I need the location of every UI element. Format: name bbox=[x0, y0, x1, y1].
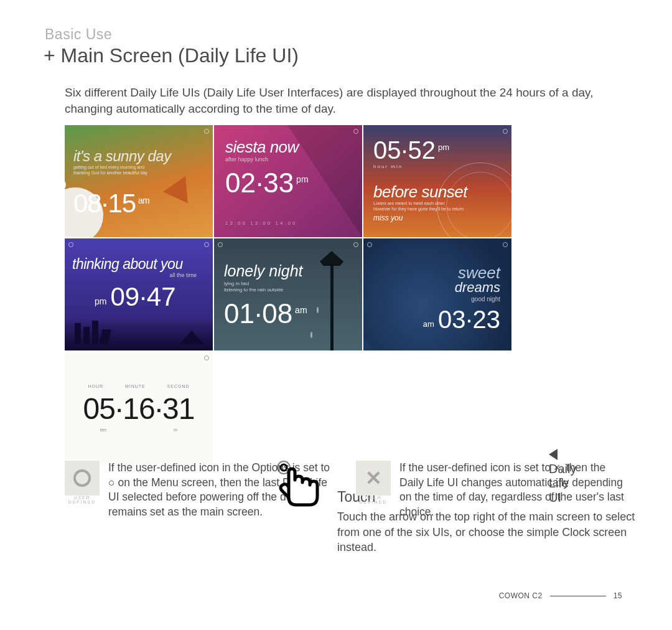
note-user-defined-x: ✕ USER DEFINED If the user-defined icon … bbox=[356, 461, 628, 520]
page-title: + Main Screen (Daily Life UI) bbox=[44, 44, 628, 67]
intro-paragraph: Six different Daily Life UIs (Daily Life… bbox=[65, 85, 616, 116]
page-number: 15 bbox=[614, 591, 622, 600]
tile-time: 08·15am bbox=[73, 189, 149, 219]
tile-time-labels: hour min bbox=[373, 164, 403, 169]
tile-sweet-dreams[interactable]: sweet dreams good night am03·23 bbox=[363, 238, 511, 350]
tile-time: 01·08am bbox=[224, 298, 307, 329]
tile-thinking-about-you[interactable]: thinking about you all the time pm09·47 bbox=[65, 238, 213, 350]
kite-icon bbox=[163, 171, 198, 204]
tile-ruler: 12:00 13:00 14:00 bbox=[225, 220, 297, 226]
tile-heading: siesta now bbox=[225, 138, 299, 157]
clock-sub-labels: tenm bbox=[65, 428, 213, 432]
tile-heading: it's a sunny day bbox=[73, 148, 171, 165]
tile-heading: lonely night bbox=[224, 262, 302, 280]
streetlamp-icon bbox=[330, 260, 334, 350]
note-text: If the user-defined icon is set to ×, th… bbox=[399, 461, 628, 520]
tile-time: 02·33pm bbox=[225, 167, 309, 199]
triangle-left-icon bbox=[549, 449, 558, 460]
svg-point-0 bbox=[281, 464, 287, 471]
clock-unit-labels: HOURMINUTESECOND bbox=[65, 384, 213, 388]
page-footer: COWON C2 15 bbox=[499, 591, 622, 600]
touch-hand-icon bbox=[271, 460, 326, 522]
section-overline: Basic Use bbox=[45, 26, 628, 43]
tile-before-sunset[interactable]: 05·52pm hour min before sunset Lovers ar… bbox=[363, 125, 511, 237]
tile-sunny-day[interactable]: it's a sunny day getting out of bed ever… bbox=[65, 125, 213, 237]
moon-icon bbox=[363, 245, 475, 350]
tile-heading: thinking about you bbox=[72, 256, 183, 273]
tile-subtext: Lovers are meant to meet each otherHowev… bbox=[373, 201, 464, 212]
tile-time: am03·23 bbox=[423, 306, 500, 334]
product-name: COWON C2 bbox=[499, 591, 543, 600]
tile-heading: before sunset bbox=[373, 182, 467, 202]
house-icon bbox=[179, 331, 204, 344]
tile-subtext: all the time bbox=[169, 272, 197, 278]
tile-subtext: good night bbox=[471, 296, 500, 303]
user-defined-circle-icon: USER DEFINED bbox=[65, 461, 100, 496]
tile-heading-2: dreams bbox=[455, 280, 500, 296]
tile-subtext: lying in bedlistening to the rain outsid… bbox=[224, 281, 283, 293]
tile-caption: miss you bbox=[373, 214, 403, 222]
tile-siesta[interactable]: siesta now after happy lunch 02·33pm 12:… bbox=[214, 125, 362, 237]
tile-simple-clock[interactable]: HOURMINUTESECOND 05·16·31 tenm bbox=[65, 352, 213, 464]
tile-subtext: getting out of bed every morning andthan… bbox=[73, 165, 147, 176]
user-defined-x-icon: ✕ USER DEFINED bbox=[356, 461, 391, 496]
tile-time: 05·52pm bbox=[373, 136, 449, 164]
tile-subtext: after happy lunch bbox=[225, 156, 268, 162]
tile-time: pm09·47 bbox=[95, 282, 176, 312]
tile-time: 05·16·31 bbox=[65, 392, 213, 426]
tile-lonely-night[interactable]: lonely night lying in bedlistening to th… bbox=[214, 238, 362, 350]
daily-life-grid: it's a sunny day getting out of bed ever… bbox=[65, 125, 513, 464]
